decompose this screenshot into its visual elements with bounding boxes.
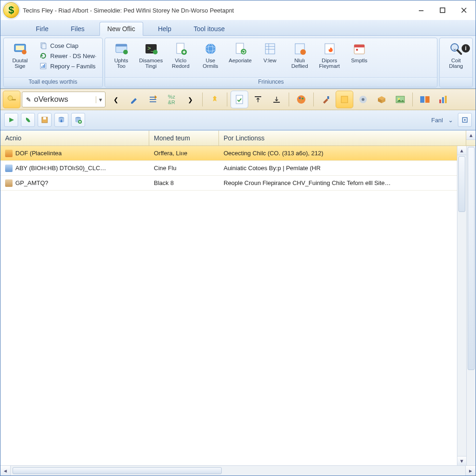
uphts-too-button[interactable]: Uphts Too xyxy=(108,40,135,77)
align-bottom-button[interactable] xyxy=(268,91,285,108)
ribbon-collapse-icon[interactable]: ⌄ xyxy=(452,45,457,52)
report-icon xyxy=(39,62,47,70)
tab-files[interactable]: Files xyxy=(63,22,92,35)
column-acnio[interactable]: Acnio xyxy=(0,131,149,145)
copy-icon xyxy=(39,41,47,50)
smptls-button[interactable]: Smptls xyxy=(346,40,373,77)
table-split-button[interactable] xyxy=(416,91,433,108)
dipors-fleymart-button[interactable]: Dipors Fleymart xyxy=(316,40,343,77)
brush-button[interactable] xyxy=(317,91,334,108)
scroll-right-icon[interactable]: ▸ xyxy=(465,466,476,476)
expand-button[interactable] xyxy=(458,113,472,127)
nluli-deflied-button[interactable]: Nlulı Deflied xyxy=(286,40,313,77)
ribbon: ⌄ i Firle Files New Oflic Help Tool itou… xyxy=(0,20,476,89)
title-bar: $ Teclns Fley - Riad Afbort - Simeoldie:… xyxy=(0,0,476,20)
save-button[interactable] xyxy=(38,113,52,127)
table-row[interactable]: GP_AMTQ? Black 8 Reople Croun Flepirance… xyxy=(0,176,457,191)
scroll-left-icon[interactable]: ◂ xyxy=(0,466,11,476)
svg-rect-10 xyxy=(41,66,42,68)
column-por-linctionss[interactable]: Por Linctionss xyxy=(219,131,466,145)
percent-button[interactable]: %z&R xyxy=(163,91,180,108)
svg-rect-60 xyxy=(445,96,447,103)
svg-point-47 xyxy=(299,97,301,99)
tab-help[interactable]: Help xyxy=(151,22,179,35)
chevron-down-icon: ▾ xyxy=(96,96,102,103)
sheet-gear-icon xyxy=(292,41,308,57)
list-check-button[interactable] xyxy=(145,91,161,108)
tab-new-oflic[interactable]: New Oflic xyxy=(99,22,143,36)
tab-firle[interactable]: Firle xyxy=(28,22,56,35)
refresh-icon xyxy=(39,52,47,60)
svg-point-18 xyxy=(153,50,158,54)
svg-point-31 xyxy=(300,49,306,55)
sheet-fire-icon xyxy=(322,41,337,57)
viclo-redord-button[interactable]: Viclo Redord xyxy=(167,40,194,77)
scroll-thumb[interactable] xyxy=(468,147,475,370)
calendar-icon xyxy=(351,41,367,57)
table-row[interactable]: ABY (BIOH:HB) DTOlıS0)_CLC… Cine Flu Aui… xyxy=(0,161,457,176)
run-button[interactable] xyxy=(4,113,18,127)
nav-prev-button[interactable]: ❮ xyxy=(107,91,124,108)
header-scroll-spacer: ▴ xyxy=(466,131,476,145)
picture-button[interactable] xyxy=(392,91,409,108)
vlew-button[interactable]: V:lew xyxy=(257,40,284,77)
table-row[interactable]: DOF (PlaceIintea Orffera, Liııe Oecectin… xyxy=(0,146,457,161)
close-button[interactable] xyxy=(453,2,475,18)
maximize-button[interactable] xyxy=(432,2,453,18)
svg-rect-5 xyxy=(16,46,24,50)
scroll-down-icon[interactable]: ▾ xyxy=(457,456,466,465)
monitor-icon xyxy=(12,41,28,57)
nav-next-button[interactable]: ❯ xyxy=(182,91,198,108)
svg-rect-32 xyxy=(325,44,334,54)
repory-favnils-button[interactable]: Repory – Favnils xyxy=(36,61,99,71)
db-down-button[interactable] xyxy=(54,113,68,127)
use-ormils-button[interactable]: Use Ormils xyxy=(197,40,224,77)
svg-rect-62 xyxy=(43,117,46,119)
key-button[interactable] xyxy=(3,91,20,108)
box-button[interactable] xyxy=(373,91,390,108)
scroll-up-icon[interactable]: ▴ xyxy=(457,146,466,155)
scroll-thumb[interactable] xyxy=(458,156,465,212)
tab-tool-itouse[interactable]: Tool itouse xyxy=(186,22,232,35)
scroll-up-icon[interactable]: ▴ xyxy=(466,131,476,140)
grid-vscroll-inner[interactable]: ▴ ▾ xyxy=(457,146,466,465)
svg-rect-59 xyxy=(442,97,444,103)
chevron-down-icon[interactable]: ⌄ xyxy=(446,113,455,127)
disamoes-tingi-button[interactable]: >_Disamoes Tingi xyxy=(138,40,165,77)
sub-bar: Fanl ⌄ xyxy=(0,110,476,130)
db-add-button[interactable] xyxy=(71,113,85,127)
svg-rect-14 xyxy=(116,44,127,46)
gear-button[interactable] xyxy=(355,91,371,108)
svg-rect-11 xyxy=(43,65,44,68)
grid-vscroll-outer[interactable] xyxy=(466,146,476,465)
rewer-dsnew-button[interactable]: Rewer · DS New· xyxy=(36,51,99,60)
call-button[interactable] xyxy=(21,113,35,127)
terminal-icon: >_ xyxy=(143,41,159,57)
svg-rect-43 xyxy=(236,95,243,104)
grid-hscroll[interactable]: ◂ ▸ xyxy=(0,465,476,476)
note-button[interactable] xyxy=(336,91,353,108)
svg-point-25 xyxy=(241,49,246,54)
palette-button[interactable] xyxy=(293,91,310,108)
duutal-sige-button[interactable]: Duutal Sige xyxy=(7,40,33,77)
fanl-label: Fanl xyxy=(431,117,443,124)
svg-rect-35 xyxy=(356,49,358,51)
svg-rect-57 xyxy=(425,96,430,103)
pin-button[interactable] xyxy=(206,91,223,108)
pointer-icon: ✎ xyxy=(26,96,31,103)
edit-button[interactable] xyxy=(126,91,143,108)
chart-button[interactable] xyxy=(435,91,452,108)
globe-icon xyxy=(203,41,218,57)
svg-rect-51 xyxy=(341,96,348,103)
info-icon[interactable]: i xyxy=(462,44,470,53)
view-selector[interactable]: ✎ oVerkows ▾ xyxy=(22,92,106,107)
cose-clap-button[interactable]: Cose Clap xyxy=(36,41,99,50)
minimize-button[interactable] xyxy=(410,2,432,18)
app-icon: $ xyxy=(3,2,19,18)
row-icon xyxy=(5,165,13,172)
doc-check-button[interactable] xyxy=(231,91,248,108)
column-moned-teum[interactable]: Moned teum xyxy=(149,131,219,145)
scroll-thumb[interactable] xyxy=(13,467,222,474)
align-top-button[interactable] xyxy=(250,91,266,108)
aeporiate-button[interactable]: Aeporiate xyxy=(227,40,254,77)
